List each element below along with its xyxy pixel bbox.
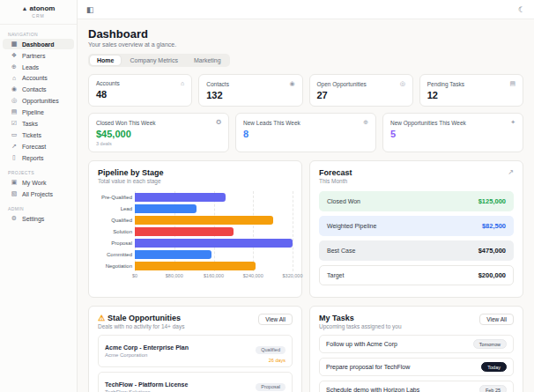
sidebar-item-dashboard[interactable]: ▦Dashboard: [3, 39, 74, 49]
stat-card-pending-tasks: Pending Tasks▤12: [419, 74, 523, 107]
my-tasks-panel: My Tasks Upcoming tasks assigned to you …: [309, 306, 523, 392]
sidebar-item-label: Dashboard: [22, 41, 55, 48]
task-row[interactable]: Prepare proposal for TechFlowToday: [319, 358, 514, 376]
chart-bar-solution: [135, 227, 234, 236]
stale-opportunities-panel: ⚠ Stale Opportunities Deals with no acti…: [88, 306, 302, 392]
sidebar-item-pipeline[interactable]: ▤Pipeline: [3, 107, 74, 117]
trophy-icon: ✪: [216, 119, 221, 126]
sidebar-item-label: Tickets: [22, 132, 41, 138]
task-row[interactable]: Schedule demo with Horizon LabsFeb 25: [319, 381, 514, 392]
bottom-panels-row: ⚠ Stale Opportunities Deals with no acti…: [88, 306, 523, 392]
chart-bar-qualified: [135, 216, 273, 225]
chart-bar-row: Lead: [135, 203, 293, 214]
sidebar-item-label: Partners: [22, 53, 45, 59]
stat-card-value: 132: [206, 90, 294, 100]
leads-icon: ⊕: [11, 63, 18, 70]
tickets-icon: ▭: [11, 131, 18, 138]
settings-icon: ⚙: [11, 215, 18, 222]
tab-company-metrics[interactable]: Company Metrics: [122, 55, 184, 65]
opportunities-icon: ◎: [11, 97, 18, 104]
highlight-card-value: 8: [243, 129, 368, 139]
forecast-row-target: Target$200,000: [319, 265, 514, 285]
sidebar-item-label: Opportunities: [22, 98, 59, 104]
highlight-card-label: New Opportunities This Week: [390, 120, 466, 126]
stale-opportunities-list: Acme Corp - Enterprise PlanAcme Corporat…: [98, 335, 293, 392]
days-stale-label: 26 days: [256, 358, 286, 363]
pipeline-panel-title: Pipeline by Stage: [98, 168, 164, 177]
chart-x-tick: $320,000: [283, 273, 303, 278]
highlight-card-sub: 3 deals: [96, 141, 221, 146]
sparkles-icon: ✦: [510, 119, 515, 126]
stat-card-label: Open Opportunities: [317, 81, 367, 87]
all-projects-icon: ▧: [11, 190, 18, 197]
chart-bar-negotiation: [135, 262, 256, 270]
task-name: Prepare proposal for TechFlow: [326, 364, 410, 370]
app-name: atonom: [30, 4, 56, 12]
stat-card-value: 48: [96, 89, 184, 100]
tasks-icon: ☑: [11, 120, 18, 127]
sidebar-item-label: Settings: [22, 216, 44, 222]
highlight-cards-row: Closed Won This Week✪$45,0003 dealsNew L…: [88, 113, 523, 152]
chart-x-tick: $0: [132, 273, 137, 278]
stale-view-all-button[interactable]: View All: [258, 314, 293, 325]
theme-toggle-icon[interactable]: ☾: [518, 5, 525, 14]
forecast-row-label: Weighted Pipeline: [327, 223, 376, 229]
chart-bar-row: Negotiation: [135, 260, 293, 271]
opportunity-name: TechFlow - Platform License: [105, 381, 188, 388]
stale-opportunity-row[interactable]: TechFlow - Platform LicenseTechFlow Solu…: [98, 372, 293, 392]
forecast-panel-title: Forecast: [319, 168, 352, 177]
trending-up-icon: ↗: [508, 168, 514, 176]
stat-card-label: Contacts: [206, 81, 229, 87]
target-icon: ◎: [400, 80, 405, 87]
sidebar-item-forecast[interactable]: ↗Forecast: [3, 141, 74, 152]
user-plus-icon: ⊕: [363, 119, 368, 126]
forecast-row-best-case: Best Case$475,000: [319, 240, 514, 261]
sidebar-toggle-icon[interactable]: ◧: [86, 5, 94, 14]
sidebar-section-label: Navigation: [8, 32, 69, 37]
tasks-view-all-button[interactable]: View All: [479, 314, 514, 325]
sidebar-sections: Navigation▦Dashboard❖Partners⊕Leads⌂Acco…: [0, 32, 77, 224]
sidebar-item-opportunities[interactable]: ◎Opportunities: [3, 95, 74, 106]
sidebar-item-accounts[interactable]: ⌂Accounts: [3, 73, 74, 83]
chart-category-label: Negotiation: [95, 263, 132, 269]
due-badge: Feb 25: [479, 385, 507, 392]
reports-icon: ▯: [11, 154, 18, 161]
highlight-card-label: New Leads This Week: [243, 120, 300, 126]
sidebar-item-partners[interactable]: ❖Partners: [3, 50, 74, 61]
chart-bar-proposal: [135, 239, 293, 248]
sidebar-item-label: My Work: [22, 180, 46, 186]
building-icon: ⌂: [181, 80, 184, 86]
sidebar-item-settings[interactable]: ⚙Settings: [3, 213, 74, 224]
forecast-icon: ↗: [11, 143, 18, 150]
forecast-row-value: $125,000: [478, 197, 506, 205]
stat-cards-row: Accounts⌂48Contacts◉132Open Opportunitie…: [88, 74, 523, 107]
sidebar-item-contacts[interactable]: ◉Contacts: [3, 84, 74, 94]
stat-card-accounts: Accounts⌂48: [88, 74, 192, 107]
pipeline-bar-chart: Pre-QualifiedLeadQualifiedSolutionPropos…: [98, 191, 293, 281]
opportunity-company: Acme Corporation: [105, 352, 189, 358]
chart-category-label: Lead: [95, 206, 132, 211]
task-row[interactable]: Follow up with Acme CorpTomorrow: [319, 335, 514, 353]
tasks-panel-subtitle: Upcoming tasks assigned to you: [319, 323, 402, 329]
task-name: Follow up with Acme Corp: [326, 341, 397, 347]
sidebar-item-my-work[interactable]: ▣My Work: [3, 177, 74, 188]
highlight-card-value: $45,000: [96, 129, 221, 139]
opportunity-name: Acme Corp - Enterprise Plan: [105, 344, 189, 351]
tab-home[interactable]: Home: [90, 55, 121, 65]
sidebar-item-tasks[interactable]: ☑Tasks: [3, 118, 74, 129]
sidebar-item-all-projects[interactable]: ▧All Projects: [3, 189, 74, 199]
task-name: Schedule demo with Horizon Labs: [326, 387, 419, 392]
sidebar-item-label: Reports: [22, 155, 44, 161]
stage-badge: Proposal: [256, 383, 286, 391]
highlight-card-new-opportunities-this-week: New Opportunities This Week✦5: [382, 113, 523, 152]
chart-category-label: Solution: [95, 229, 132, 234]
tab-marketing[interactable]: Marketing: [187, 55, 228, 65]
sidebar-item-reports[interactable]: ▯Reports: [3, 152, 74, 163]
stale-opportunity-row[interactable]: Acme Corp - Enterprise PlanAcme Corporat…: [98, 335, 293, 367]
chart-bar-row: Proposal: [135, 237, 293, 248]
chart-bar-lead: [135, 204, 197, 213]
sidebar-item-tickets[interactable]: ▭Tickets: [3, 129, 74, 140]
sidebar-item-leads[interactable]: ⊕Leads: [3, 62, 74, 72]
sidebar-section-label: Admin: [8, 206, 69, 211]
chart-bar-row: Qualified: [135, 214, 293, 226]
